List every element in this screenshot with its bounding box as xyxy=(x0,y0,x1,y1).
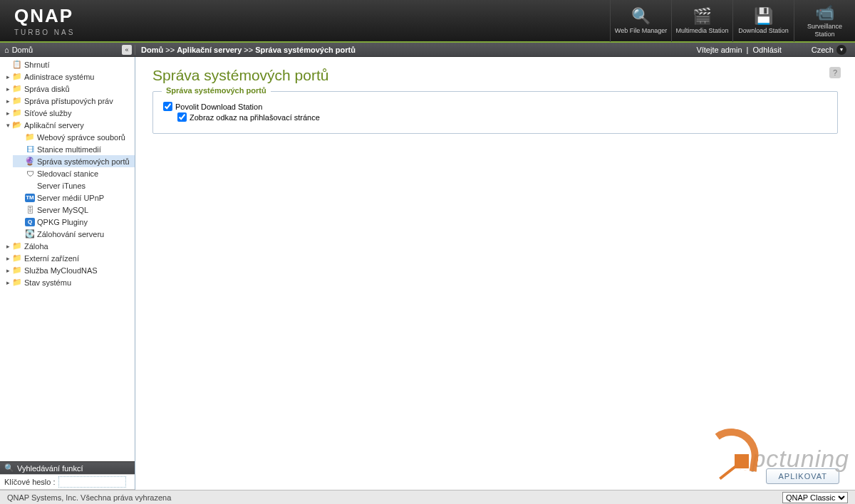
show-login-link-row[interactable]: Zobraz odkaz na přihlašovací stránce xyxy=(177,112,827,122)
nav-item-slu-ba-mycloudnas[interactable]: ▸📁Služba MyCloudNAS xyxy=(0,264,135,276)
chk1-label: Povolit Download Station xyxy=(175,103,262,111)
crumb-page: Správa systémových portů xyxy=(255,46,356,54)
header-app-multimedia-station[interactable]: 🎬Multimedia Station xyxy=(671,0,732,42)
expand-icon: ▸ xyxy=(4,255,11,262)
search-input[interactable] xyxy=(58,476,126,488)
nav-label: Shrnutí xyxy=(24,61,49,69)
expand-icon: ▸ xyxy=(4,243,11,250)
nav-sub-webov-spr-vce-soubor-[interactable]: 📁Webový správce souborů xyxy=(13,131,135,143)
nav-sub-sledovac-stanice[interactable]: 🛡Sledovací stanice xyxy=(13,167,135,179)
app-header: QNAP TURBO NAS 🔍Web File Manager🎬Multime… xyxy=(0,0,855,43)
main-panel: ? Správa systémových portů Správa systém… xyxy=(135,57,855,490)
settings-fieldset: Správa systémových portů Povolit Downloa… xyxy=(152,91,838,134)
nav-label: Služba MyCloudNAS xyxy=(24,266,98,275)
folder-icon: 📁 xyxy=(11,253,23,263)
nav-label: Sledovací stanice xyxy=(37,169,98,178)
button-row: APLIKOVAT xyxy=(135,463,855,490)
nav-item-extern-za-zen-[interactable]: ▸📁Externí zařízení xyxy=(0,252,135,264)
nav-item-z-loha[interactable]: ▸📁Záloha xyxy=(0,240,135,252)
expand-icon: ▸ xyxy=(4,110,11,117)
header-app-surveillance-station[interactable]: 📹Surveillance Station xyxy=(794,0,855,42)
nav-item-spr-va-p-stupov-ch-pr-v[interactable]: ▸📁Správa přístupových práv xyxy=(0,95,135,107)
nav-label: Externí zařízení xyxy=(24,254,79,263)
app-label: Multimedia Station xyxy=(675,27,728,35)
nav-sub-server-itunes[interactable]: Server iTunes xyxy=(13,179,135,191)
folder-icon: 📂 xyxy=(11,120,23,130)
folder-icon: 📁 xyxy=(11,241,23,251)
enable-download-station-checkbox[interactable] xyxy=(163,102,172,111)
crumb-home[interactable]: Domů xyxy=(141,46,163,54)
welcome-text: Vítejte admin xyxy=(696,46,742,54)
app-label: Surveillance Station xyxy=(797,23,852,38)
show-login-link-checkbox[interactable] xyxy=(177,112,187,122)
nav-item-aplika-n-servery[interactable]: ▾📂Aplikační servery xyxy=(0,119,135,131)
expand-icon: ▸ xyxy=(4,279,11,286)
brand-logo: QNAP TURBO NAS xyxy=(0,5,75,36)
folder-icon: 📁 xyxy=(11,266,23,275)
nav-sub-server-mysql[interactable]: 🗄Server MySQL xyxy=(13,204,135,216)
nav-item-adinistrace-syst-mu[interactable]: ▸📁Adinistrace systému xyxy=(0,70,135,83)
nav-sidebar: 📋Shrnutí▸📁Adinistrace systému▸📁Správa di… xyxy=(0,57,135,490)
language-selector[interactable]: Czech ▾ xyxy=(812,45,846,55)
sidebar-header: ⌂ Domů « xyxy=(0,45,135,55)
nav-sub-stanice-multimedi-[interactable]: 🎞Stanice multimedií xyxy=(13,143,135,155)
nav-item-s-ov-slu-by[interactable]: ▸📁Síťové služby xyxy=(0,107,135,119)
nav-label: Správa disků xyxy=(24,85,70,93)
app-icon: TM xyxy=(24,193,36,203)
brand-sub: TURBO NAS xyxy=(14,28,75,36)
brand-name: QNAP xyxy=(14,5,75,27)
nav-label: Zálohování serveru xyxy=(37,230,104,238)
chevron-down-icon: ▾ xyxy=(836,45,846,55)
collapse-sidebar-button[interactable]: « xyxy=(122,45,132,55)
header-app-launcher: 🔍Web File Manager🎬Multimedia Station💾Dow… xyxy=(610,0,855,42)
app-icon: 🎞 xyxy=(24,145,36,154)
logout-link[interactable]: Odhlásit xyxy=(752,46,781,54)
nav-label: Server médií UPnP xyxy=(37,194,104,202)
app-icon: 📁 xyxy=(24,132,36,142)
crumb-section[interactable]: Aplikační servery xyxy=(177,46,242,54)
expand-icon: ▾ xyxy=(4,122,11,129)
app-icon: 🔮 xyxy=(24,157,36,167)
nav-label: Aplikační servery xyxy=(24,121,84,130)
folder-icon: 📁 xyxy=(11,96,23,106)
theme-selector[interactable]: QNAP Classic xyxy=(782,492,848,503)
nav-label: Stanice multimedií xyxy=(37,145,101,154)
nav-label: Server iTunes xyxy=(37,182,86,190)
nav-label: Server MySQL xyxy=(37,206,88,214)
search-icon: 🔍 xyxy=(4,463,14,473)
nav-tree: 📋Shrnutí▸📁Adinistrace systému▸📁Správa di… xyxy=(0,57,135,461)
app-icon: 🎬 xyxy=(692,7,713,26)
fieldset-legend: Správa systémových portů xyxy=(162,86,271,95)
expand-icon: ▸ xyxy=(4,85,11,93)
nav-item-spr-va-disk-[interactable]: ▸📁Správa disků xyxy=(0,83,135,95)
nav-sub-server-m-di-upnp[interactable]: TMServer médií UPnP xyxy=(13,191,135,204)
nav-label: Síťové služby xyxy=(24,109,72,117)
chk2-label: Zobraz odkaz na přihlašovací stránce xyxy=(190,113,320,122)
header-app-web-file-manager[interactable]: 🔍Web File Manager xyxy=(610,0,671,42)
help-button[interactable]: ? xyxy=(829,67,841,78)
folder-icon: 📋 xyxy=(11,60,23,70)
search-header: 🔍 Vyhledávání funkcí xyxy=(0,461,135,474)
app-icon: 🔍 xyxy=(631,7,652,26)
nav-label: Správa přístupových práv xyxy=(24,97,113,105)
app-label: Download Station xyxy=(738,27,789,35)
language-label: Czech xyxy=(812,46,834,54)
nav-item-shrnut-[interactable]: 📋Shrnutí xyxy=(0,58,135,70)
apply-button[interactable]: APLIKOVAT xyxy=(766,468,839,484)
nav-sub-spr-va-syst-mov-ch-port-[interactable]: 🔮Správa systémových portů xyxy=(13,155,135,167)
nav-sub-qpkg-pluginy[interactable]: QQPKG Pluginy xyxy=(13,216,135,228)
app-icon xyxy=(24,181,36,191)
nav-label: Správa systémových portů xyxy=(37,157,130,166)
nav-label: QPKG Pluginy xyxy=(37,218,88,226)
expand-icon: ▸ xyxy=(4,98,11,105)
expand-icon: ▸ xyxy=(4,267,11,274)
nav-sub-z-lohov-n-serveru[interactable]: 💽Zálohování serveru xyxy=(13,228,135,240)
nav-label: Adinistrace systému xyxy=(24,73,94,81)
header-app-download-station[interactable]: 💾Download Station xyxy=(732,0,794,42)
nav-item-stav-syst-mu[interactable]: ▸📁Stav systému xyxy=(0,276,135,288)
enable-download-station-row[interactable]: Povolit Download Station xyxy=(163,102,827,111)
app-icon: 🛡 xyxy=(24,169,36,179)
expand-icon: ▸ xyxy=(4,73,11,80)
folder-icon: 📁 xyxy=(11,278,23,288)
folder-icon: 📁 xyxy=(11,84,23,94)
